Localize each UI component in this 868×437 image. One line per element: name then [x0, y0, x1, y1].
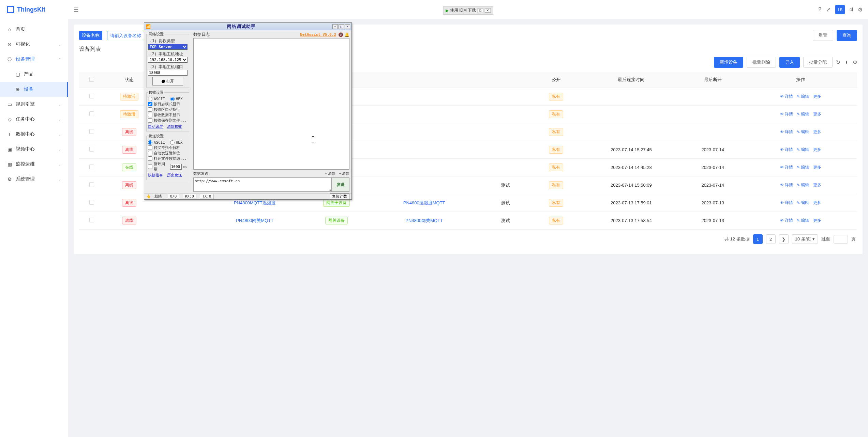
- more-button[interactable]: 更多: [813, 129, 821, 135]
- pager-size-select[interactable]: 10 条/页 ▾: [792, 234, 818, 244]
- detail-button[interactable]: 👁详情: [780, 147, 793, 153]
- detail-button[interactable]: 👁详情: [780, 182, 793, 188]
- fullscreen-icon[interactable]: ⤢: [826, 6, 830, 13]
- row-checkbox[interactable]: [89, 182, 94, 187]
- product-link[interactable]: [368, 88, 481, 106]
- reset-counter-button[interactable]: 复位计数: [330, 193, 349, 199]
- product-link[interactable]: PN4800温湿度MQTT: [368, 194, 481, 212]
- send-loop-checkbox[interactable]: [148, 165, 152, 169]
- recv-ascii-radio[interactable]: [148, 97, 152, 101]
- send-openfile-checkbox[interactable]: [148, 156, 152, 161]
- send-button[interactable]: 发送: [332, 177, 349, 192]
- more-button[interactable]: 更多: [813, 200, 821, 206]
- mute-icon[interactable]: 🔇: [338, 32, 343, 37]
- row-checkbox[interactable]: [89, 200, 94, 205]
- send-ascii-radio[interactable]: [148, 140, 152, 145]
- bell-icon[interactable]: 🔔: [344, 32, 349, 37]
- edit-button[interactable]: ✎编辑: [797, 182, 809, 188]
- reset-button[interactable]: 重置: [813, 30, 833, 41]
- recv-hex-radio[interactable]: [170, 97, 175, 101]
- more-button[interactable]: 更多: [813, 182, 821, 188]
- protocol-select[interactable]: TCP Server: [148, 44, 188, 50]
- avatar[interactable]: TK: [835, 5, 845, 14]
- shortcut-link[interactable]: 快捷指令: [148, 173, 163, 178]
- edit-button[interactable]: ✎编辑: [797, 218, 809, 223]
- edit-button[interactable]: ✎编辑: [797, 111, 809, 117]
- edit-button[interactable]: ✎编辑: [797, 129, 809, 135]
- send-textarea[interactable]: http://www.cmsoft.cn: [193, 177, 332, 192]
- sidebar-item-10[interactable]: ⚙ 系统管理 ⌄: [0, 172, 68, 187]
- batch-delete-button[interactable]: 批量删除: [747, 57, 776, 68]
- minimize-icon[interactable]: −: [332, 24, 338, 29]
- send-loop-interval-input[interactable]: [170, 164, 182, 170]
- edit-button[interactable]: ✎编辑: [797, 165, 809, 170]
- more-button[interactable]: 更多: [813, 111, 821, 117]
- sidebar-item-0[interactable]: ⌂ 首页: [0, 22, 68, 37]
- pager-page-1[interactable]: 1: [753, 234, 763, 244]
- sidebar-item-3[interactable]: ▢ 产品: [0, 67, 68, 82]
- history-send-link[interactable]: 历史发送: [167, 173, 182, 178]
- row-checkbox[interactable]: [89, 218, 94, 222]
- recv-autowrap-checkbox[interactable]: [148, 107, 152, 112]
- data-log-area[interactable]: [193, 38, 349, 170]
- select-all-checkbox[interactable]: [89, 77, 94, 82]
- sidebar-item-4[interactable]: ⊕ 设备: [0, 82, 68, 97]
- send-clear-left[interactable]: ↶ 清除: [325, 171, 336, 176]
- pager-next[interactable]: ❯: [779, 234, 789, 244]
- pager-jump-input[interactable]: [834, 235, 848, 244]
- host-select[interactable]: 192.168.10.125: [148, 57, 188, 63]
- more-button[interactable]: 更多: [813, 94, 821, 99]
- idm-minimize-icon[interactable]: ⧉: [477, 8, 483, 13]
- detail-button[interactable]: 👁详情: [780, 111, 793, 117]
- add-device-button[interactable]: 新增设备: [714, 57, 743, 68]
- menu-toggle-icon[interactable]: ☰: [74, 6, 78, 13]
- column-settings-icon[interactable]: ⚙: [853, 59, 857, 65]
- product-link[interactable]: [368, 141, 481, 159]
- edit-button[interactable]: ✎编辑: [797, 94, 809, 99]
- edit-button[interactable]: ✎编辑: [797, 147, 809, 153]
- edit-button[interactable]: ✎编辑: [797, 200, 809, 206]
- idm-close-icon[interactable]: ✕: [484, 8, 491, 13]
- detail-button[interactable]: 👁详情: [780, 94, 793, 99]
- recv-savefile-checkbox[interactable]: [148, 118, 152, 123]
- sidebar-item-6[interactable]: ◇ 任务中心 ⌄: [0, 112, 68, 127]
- send-auto-append-checkbox[interactable]: [148, 151, 152, 155]
- send-clear-right[interactable]: ↷ 清除: [339, 171, 349, 176]
- sidebar-item-8[interactable]: ▣ 视频中心 ⌄: [0, 142, 68, 157]
- detail-button[interactable]: 👁详情: [780, 218, 793, 223]
- autoscroll-link[interactable]: 自动滚屏: [148, 124, 163, 129]
- sidebar-item-2[interactable]: ⎔ 设备管理 ⌃: [0, 52, 68, 67]
- product-link[interactable]: [368, 159, 481, 176]
- more-button[interactable]: 更多: [813, 218, 821, 223]
- row-checkbox[interactable]: [89, 111, 94, 116]
- product-link[interactable]: [368, 106, 481, 123]
- play-icon[interactable]: ▶: [446, 8, 449, 13]
- send-hex-radio[interactable]: [170, 140, 175, 145]
- row-checkbox[interactable]: [89, 147, 94, 152]
- product-link[interactable]: [368, 123, 481, 141]
- settings-icon[interactable]: ⚙: [858, 6, 863, 13]
- detail-button[interactable]: 👁详情: [780, 129, 793, 135]
- sidebar-item-9[interactable]: ▦ 监控运维 ⌄: [0, 157, 68, 172]
- help-icon[interactable]: ?: [818, 6, 821, 13]
- row-checkbox[interactable]: [89, 94, 94, 98]
- netassist-brand[interactable]: NetAssist V5.0.3: [300, 32, 336, 37]
- device-name-link[interactable]: PN4800网关MQTT: [205, 212, 305, 230]
- send-escape-checkbox[interactable]: [148, 145, 152, 150]
- more-button[interactable]: 更多: [813, 147, 821, 153]
- detail-button[interactable]: 👁详情: [780, 165, 793, 170]
- more-button[interactable]: 更多: [813, 165, 821, 170]
- import-button[interactable]: 导入: [779, 57, 800, 68]
- row-checkbox[interactable]: [89, 129, 94, 134]
- refresh-icon[interactable]: ↻: [836, 59, 840, 65]
- query-button[interactable]: 查询: [837, 30, 857, 41]
- density-icon[interactable]: ⫶: [845, 59, 848, 65]
- product-link[interactable]: PN4800网关MQTT: [368, 212, 481, 230]
- open-button[interactable]: 打开: [152, 77, 183, 85]
- port-input[interactable]: [148, 70, 188, 76]
- product-link[interactable]: [368, 176, 481, 194]
- sidebar-item-5[interactable]: ▭ 规则引擎 ⌄: [0, 97, 68, 112]
- detail-button[interactable]: 👁详情: [780, 200, 793, 206]
- maximize-icon[interactable]: □: [339, 24, 344, 29]
- close-icon[interactable]: ✕: [345, 24, 350, 29]
